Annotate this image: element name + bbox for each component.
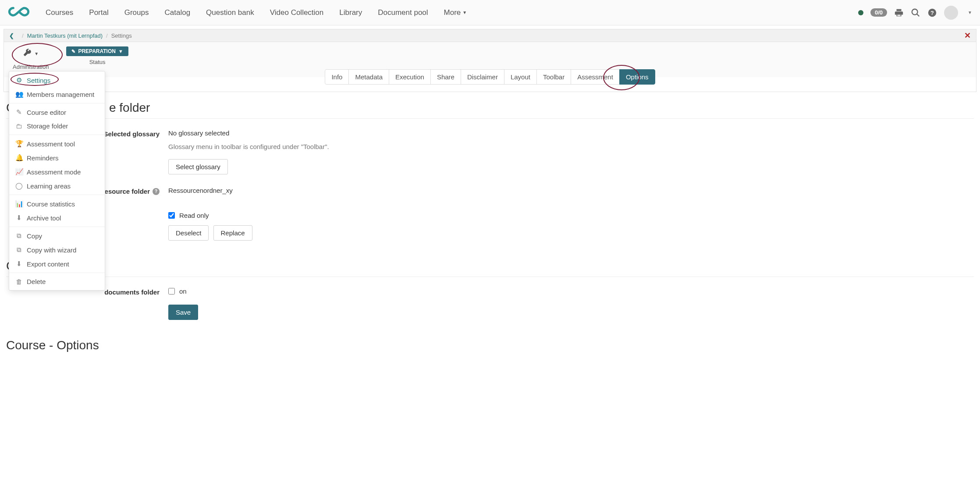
dd-course-statistics[interactable]: 📊 Course statistics: [9, 197, 105, 211]
settings-tabs-row: Info Metadata Execution Share Disclaimer…: [4, 77, 976, 92]
dd-label: Copy: [27, 232, 42, 240]
divider: [9, 135, 105, 135]
row-resource-folder: d resource folder ? Ressourcenordner_xy …: [6, 187, 974, 241]
dd-reminders[interactable]: 🔔 Reminders: [9, 151, 105, 165]
tab-metadata[interactable]: Metadata: [348, 69, 389, 85]
download-icon: ⬇: [15, 214, 22, 222]
divider: [9, 273, 105, 273]
close-icon[interactable]: ✕: [964, 31, 971, 40]
dd-delete[interactable]: 🗑 Delete: [9, 275, 105, 288]
readonly-checkbox-row: Read only: [168, 212, 974, 219]
dd-storage-folder[interactable]: 🗀 Storage folder: [9, 119, 105, 133]
print-icon[interactable]: [894, 8, 904, 18]
wrench-icon: [23, 48, 32, 59]
help-icon[interactable]: ?: [927, 8, 937, 18]
svg-text:?: ?: [930, 9, 934, 16]
select-glossary-button[interactable]: Select glossary: [168, 159, 228, 174]
dd-label: Settings: [27, 77, 50, 84]
avatar[interactable]: [944, 6, 958, 20]
settings-tabs: Info Metadata Execution Share Disclaimer…: [325, 69, 655, 85]
svg-line-1: [917, 14, 920, 16]
divider: [6, 118, 974, 119]
svg-point-0: [912, 9, 918, 14]
breadcrumb-sep: /: [106, 32, 108, 39]
nav-library[interactable]: Library: [331, 0, 370, 25]
dd-assessment-tool[interactable]: 🏆 Assessment tool: [9, 137, 105, 151]
nav-question-bank[interactable]: Question bank: [198, 0, 262, 25]
value-selected-glossary: No glossary selected: [168, 129, 974, 137]
breadcrumb-current: Settings: [111, 32, 132, 39]
dd-copy-with-wizard[interactable]: ⧉ Copy with wizard: [9, 243, 105, 257]
dd-label: Storage folder: [27, 122, 68, 130]
divider: [6, 277, 974, 277]
status-tool-group: ✎ PREPARATION ▼ Status: [66, 46, 128, 65]
dd-label: Members management: [27, 91, 94, 98]
dd-label: Course statistics: [27, 200, 75, 208]
administration-dropdown: ⚙ Settings 👥 Members management ✎ Course…: [9, 71, 105, 291]
chevron-down-icon[interactable]: ▼: [968, 10, 972, 15]
breadcrumb: ❮ / Martin Testkurs (mit Lernpfad) / Set…: [4, 29, 976, 42]
readonly-checkbox[interactable]: [168, 212, 175, 219]
trophy-icon: 🏆: [15, 140, 22, 148]
dd-course-editor[interactable]: ✎ Course editor: [9, 105, 105, 119]
breadcrumb-course-link[interactable]: Martin Testkurs (mit Lernpfad): [27, 32, 103, 39]
dd-copy[interactable]: ⧉ Copy: [9, 229, 105, 243]
tab-share[interactable]: Share: [430, 69, 461, 85]
pencil-icon: ✎: [71, 49, 75, 54]
nav-portal[interactable]: Portal: [81, 0, 116, 25]
topbar-right: 0/0 ? ▼: [858, 6, 972, 20]
cogs-icon: ⚙: [15, 76, 22, 84]
nav-items: Courses Portal Groups Catalog Question b…: [38, 0, 475, 25]
documents-on-checkbox[interactable]: [168, 288, 175, 295]
download-icon: ⬇: [15, 260, 22, 268]
status-chip[interactable]: ✎ PREPARATION ▼: [66, 46, 128, 56]
breadcrumb-back-icon[interactable]: ❮: [9, 32, 14, 39]
dd-settings[interactable]: ⚙ Settings: [9, 73, 105, 87]
nav-video-collection[interactable]: Video Collection: [262, 0, 332, 25]
section-title-course-options: Course - Options: [6, 338, 974, 352]
nav-courses[interactable]: Courses: [38, 0, 81, 25]
tab-info[interactable]: Info: [325, 69, 349, 85]
chevron-down-icon: ▼: [462, 10, 467, 15]
presence-dot-icon[interactable]: [858, 10, 863, 15]
nav-catalog[interactable]: Catalog: [156, 0, 198, 25]
help-icon[interactable]: ?: [153, 188, 160, 195]
section-title-glossary: G lossary / resource folder: [6, 101, 974, 115]
main-content: G lossary / resource folder Selected glo…: [0, 92, 980, 373]
tab-toolbar[interactable]: Toolbar: [536, 69, 571, 85]
status-chip-label: PREPARATION: [78, 48, 116, 54]
chevron-down-icon: ▼: [118, 49, 123, 54]
nav-document-pool[interactable]: Document pool: [370, 0, 436, 25]
copy-icon: ⧉: [15, 246, 22, 254]
administration-button[interactable]: ▼: [17, 46, 45, 61]
divider: [9, 103, 105, 103]
trash-icon: 🗑: [15, 278, 22, 285]
notification-badge[interactable]: 0/0: [870, 8, 887, 17]
dd-label: Assessment tool: [27, 140, 75, 148]
replace-button[interactable]: Replace: [213, 225, 252, 241]
documents-on-label: on: [179, 287, 187, 295]
dd-learning-areas[interactable]: ◯ Learning areas: [9, 179, 105, 193]
logo-infinity-icon[interactable]: [8, 7, 30, 18]
tab-assessment[interactable]: Assessment: [571, 69, 620, 85]
tab-disclaimer[interactable]: Disclaimer: [461, 69, 504, 85]
nav-more[interactable]: More ▼: [436, 0, 475, 25]
dd-assessment-mode[interactable]: 📈 Assessment mode: [9, 165, 105, 179]
nav-more-label: More: [444, 8, 461, 17]
nav-groups[interactable]: Groups: [117, 0, 157, 25]
deselect-button[interactable]: Deselect: [168, 225, 209, 241]
readonly-label: Read only: [179, 212, 209, 219]
dd-archive-tool[interactable]: ⬇ Archive tool: [9, 211, 105, 225]
tab-layout[interactable]: Layout: [504, 69, 537, 85]
bell-icon: 🔔: [15, 154, 22, 162]
chart-icon: 📊: [15, 200, 22, 208]
dd-label: Export content: [27, 260, 69, 268]
save-button[interactable]: Save: [168, 305, 198, 320]
tab-execution[interactable]: Execution: [389, 69, 431, 85]
dd-members-management[interactable]: 👥 Members management: [9, 87, 105, 101]
dd-label: Learning areas: [27, 182, 71, 190]
folder-icon: 🗀: [15, 122, 22, 130]
dd-export-content[interactable]: ⬇ Export content: [9, 257, 105, 271]
search-icon[interactable]: [911, 8, 920, 18]
tab-options[interactable]: Options: [619, 69, 655, 85]
